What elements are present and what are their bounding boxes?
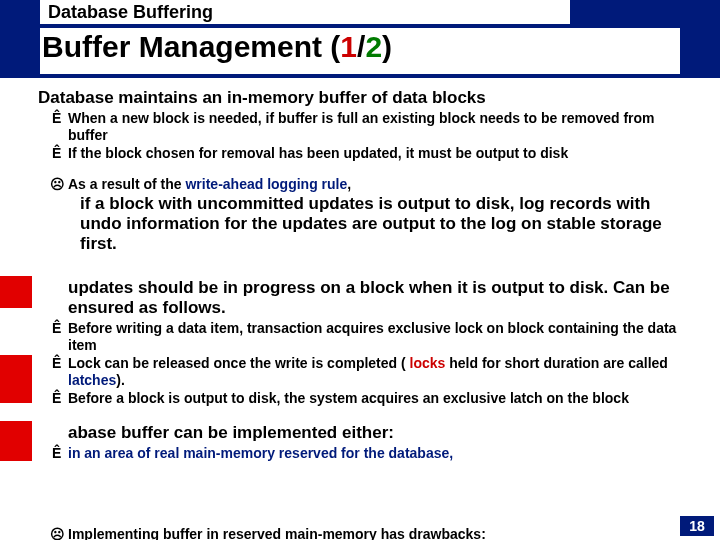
bullet-text-pre: As a result of the <box>68 176 185 192</box>
cutoff-line: ☹ Implementing buffer in reserved main-m… <box>38 526 658 540</box>
arrow-icon: Ê <box>52 355 61 372</box>
highlight-wlog: write-ahead logging rule <box>185 176 347 192</box>
title-part-1: 1 <box>340 30 357 63</box>
title-part-2: 2 <box>365 30 382 63</box>
bullet-text: When a new block is needed, if buffer is… <box>68 110 655 143</box>
title-pre: Buffer Management ( <box>42 30 340 63</box>
title-post: ) <box>382 30 392 63</box>
bullet-text: updates should be in progress on a block… <box>68 278 670 317</box>
highlight-latches: latches <box>68 372 116 388</box>
bullet-text: Implementing buffer in reserved main-mem… <box>68 526 486 540</box>
bullet-text: in an area of real main-memory reserved … <box>68 445 453 461</box>
red-marker <box>0 276 32 308</box>
bullet-sub: Ê in an area of real main-memory reserve… <box>38 445 686 462</box>
bullet-main-3: abase buffer can be implemented either: <box>38 423 686 443</box>
sad-icon: ☹ <box>50 526 65 540</box>
bullet-text-post: ). <box>116 372 125 388</box>
bullet-sub: Ê Lock can be released once the write is… <box>38 355 686 388</box>
page-number-badge: 18 <box>680 516 714 536</box>
smile-icon: ☹ <box>50 176 65 193</box>
bullet-sub: Ê If the block chosen for removal has be… <box>38 145 686 162</box>
bullet-sub: ☹ As a result of the write-ahead logging… <box>38 176 686 193</box>
emphasis-block: if a block with uncommitted updates is o… <box>38 194 686 254</box>
arrow-icon: Ê <box>52 145 61 162</box>
bullet-main-1: Database maintains an in-memory buffer o… <box>38 88 686 108</box>
bullet-main-2: updates should be in progress on a block… <box>38 278 686 318</box>
slide-body: Database maintains an in-memory buffer o… <box>38 84 686 461</box>
slide-header: Database Buffering Buffer Management (1/… <box>0 0 720 78</box>
bullet-text-mid: held for short duration are called <box>445 355 667 371</box>
header-accent-right <box>570 0 720 24</box>
slide-title: Buffer Management (1/2) <box>40 28 680 74</box>
bullet-sub: Ê Before a block is output to disk, the … <box>38 390 686 407</box>
bullet-sub: Ê Before writing a data item, transactio… <box>38 320 686 353</box>
bullet-text-post: , <box>347 176 351 192</box>
header-accent-left <box>0 0 40 24</box>
arrow-icon: Ê <box>52 110 61 127</box>
bullet-text: abase buffer can be implemented either: <box>68 423 394 442</box>
bullet-text: If the block chosen for removal has been… <box>68 145 568 161</box>
bullet-text-pre: Lock can be released once the write is c… <box>68 355 410 371</box>
highlight-locks: locks <box>410 355 446 371</box>
arrow-icon: Ê <box>52 320 61 337</box>
red-marker <box>0 355 32 403</box>
arrow-icon: Ê <box>52 445 61 462</box>
bullet-sub: Ê When a new block is needed, if buffer … <box>38 110 686 143</box>
section-title: Database Buffering <box>48 2 213 23</box>
arrow-icon: Ê <box>52 390 61 407</box>
bullet-text: Before a block is output to disk, the sy… <box>68 390 629 406</box>
bullet-text: Before writing a data item, transaction … <box>68 320 676 353</box>
red-marker <box>0 421 32 461</box>
